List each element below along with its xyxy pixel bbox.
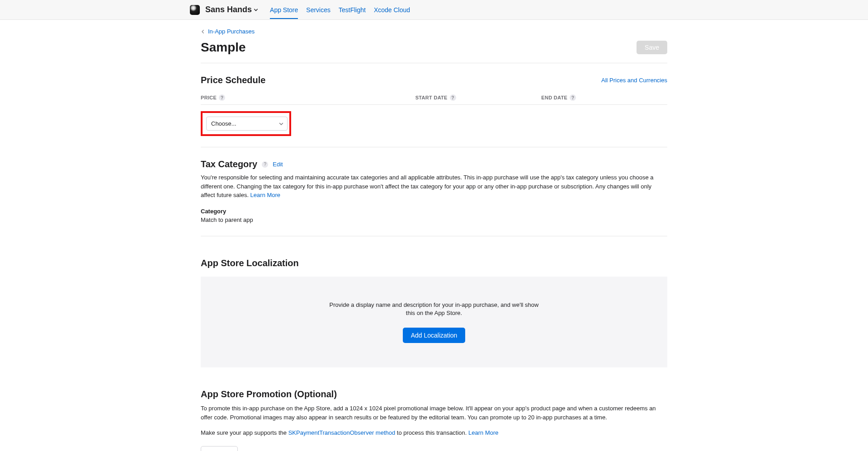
page-title: Sample bbox=[201, 40, 246, 55]
highlighted-region: Choose... bbox=[201, 111, 291, 136]
localization-title: App Store Localization bbox=[201, 258, 667, 268]
promotion-description: To promote this in-app purchase on the A… bbox=[201, 404, 667, 422]
app-name-label: Sans Hands bbox=[205, 5, 252, 14]
tax-description: You're responsible for selecting and mai… bbox=[201, 173, 667, 200]
price-table-header: PRICE ? START DATE ? END DATE ? bbox=[201, 90, 667, 105]
tab-app-store[interactable]: App Store bbox=[270, 1, 298, 19]
promotion-learn-more-link[interactable]: Learn More bbox=[468, 429, 498, 436]
help-icon[interactable]: ? bbox=[570, 94, 576, 101]
category-field-value: Match to parent app bbox=[201, 216, 667, 223]
localization-section: App Store Localization Provide a display… bbox=[201, 258, 667, 368]
tab-xcode-cloud[interactable]: Xcode Cloud bbox=[374, 1, 410, 19]
price-table-row: Choose... bbox=[201, 105, 667, 147]
help-icon[interactable]: ? bbox=[219, 94, 225, 101]
add-localization-button[interactable]: Add Localization bbox=[403, 328, 466, 343]
choose-file-button[interactable]: Choose File bbox=[201, 446, 238, 451]
localization-empty-state: Provide a display name and description f… bbox=[201, 277, 667, 368]
all-prices-link[interactable]: All Prices and Currencies bbox=[601, 77, 667, 84]
price-schedule-title: Price Schedule bbox=[201, 75, 265, 85]
tax-learn-more-link[interactable]: Learn More bbox=[250, 192, 280, 198]
help-icon[interactable]: ? bbox=[262, 161, 268, 168]
tax-category-title: Tax Category bbox=[201, 159, 257, 169]
promotion-section: App Store Promotion (Optional) To promot… bbox=[201, 389, 667, 451]
breadcrumb-label: In-App Purchases bbox=[208, 28, 255, 35]
skpayment-observer-link[interactable]: SKPaymentTransactionObserver method bbox=[288, 429, 396, 436]
promotion-title: App Store Promotion (Optional) bbox=[201, 389, 667, 399]
breadcrumb-back[interactable]: In-App Purchases bbox=[201, 20, 667, 38]
chevron-down-icon bbox=[254, 8, 258, 12]
tab-services[interactable]: Services bbox=[306, 1, 330, 19]
edit-tax-link[interactable]: Edit bbox=[273, 161, 283, 168]
tab-testflight[interactable]: TestFlight bbox=[339, 1, 366, 19]
price-schedule-section: Price Schedule All Prices and Currencies… bbox=[201, 75, 667, 147]
col-price-label: PRICE bbox=[201, 95, 217, 100]
nav-tabs: App Store Services TestFlight Xcode Clou… bbox=[270, 1, 410, 19]
col-end-date-label: END DATE bbox=[541, 95, 567, 100]
app-icon bbox=[190, 5, 200, 15]
promotion-support-text: Make sure your app supports the SKPaymen… bbox=[201, 429, 667, 436]
help-icon[interactable]: ? bbox=[450, 94, 456, 101]
top-nav-bar: Sans Hands App Store Services TestFlight… bbox=[0, 0, 868, 20]
col-start-date-label: START DATE bbox=[415, 95, 448, 100]
save-button[interactable]: Save bbox=[637, 41, 667, 54]
tax-category-section: Tax Category ? Edit You're responsible f… bbox=[201, 159, 667, 236]
chevron-left-icon bbox=[201, 29, 205, 34]
app-switcher[interactable]: Sans Hands bbox=[205, 5, 258, 14]
category-field-label: Category bbox=[201, 208, 667, 215]
price-select[interactable]: Choose... bbox=[206, 117, 288, 131]
localization-placeholder-text: Provide a display name and description f… bbox=[326, 301, 542, 318]
